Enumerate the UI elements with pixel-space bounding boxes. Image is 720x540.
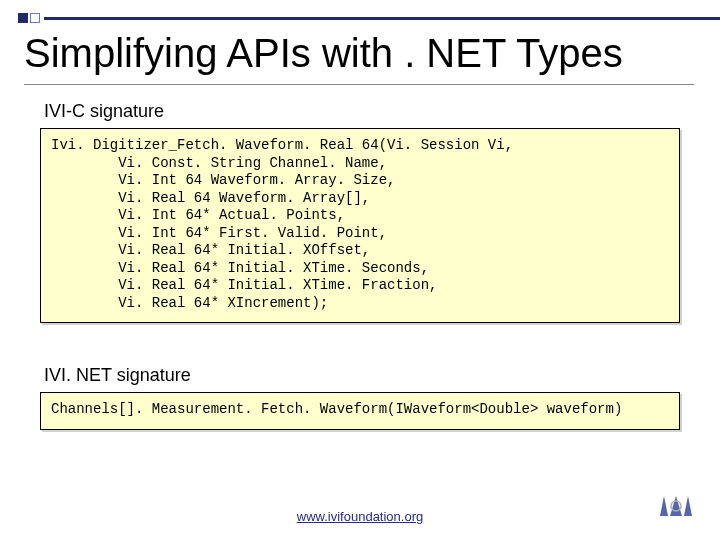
ivi-logo-icon [658, 492, 694, 520]
section-ivic-label: IVI-C signature [0, 99, 720, 128]
header-bullet-filled [18, 13, 28, 23]
code-ivic: Ivi. Digitizer_Fetch. Waveform. Real 64(… [40, 128, 680, 323]
section-ivinet-label: IVI. NET signature [0, 363, 720, 392]
slide: Simplifying APIs with . NET Types IVI-C … [0, 0, 720, 540]
header-line [44, 17, 720, 20]
code-ivinet: Channels[]. Measurement. Fetch. Waveform… [40, 392, 680, 430]
header-band [0, 0, 720, 28]
header-bullet-outline [30, 13, 40, 23]
title-underline [24, 84, 694, 85]
footer-link[interactable]: www.ivifoundation.org [0, 509, 720, 524]
spacer [0, 341, 720, 363]
slide-title: Simplifying APIs with . NET Types [0, 28, 720, 84]
